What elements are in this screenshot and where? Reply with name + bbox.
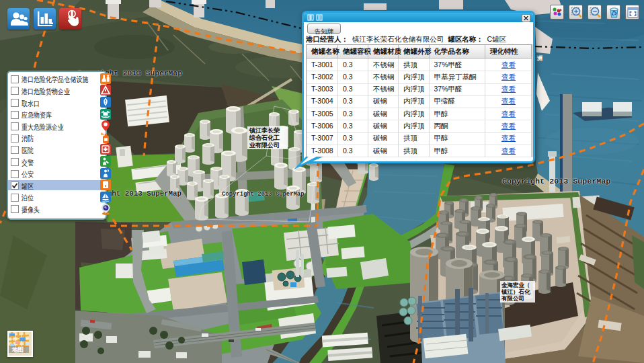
svg-text:地图: 地图 (11, 346, 24, 353)
svg-text:镇江李长荣: 镇江李长荣 (249, 127, 280, 134)
svg-text:业有限公司: 业有限公司 (249, 142, 280, 149)
svg-text:洲: 洲 (536, 55, 542, 61)
svg-text:有限公司: 有限公司 (501, 295, 524, 302)
svg-text:综合石化工: 综合石化工 (249, 134, 280, 141)
svg-text:镇江）石化: 镇江）石化 (501, 288, 531, 295)
svg-text:金海宏业（: 金海宏业（ (501, 282, 530, 288)
